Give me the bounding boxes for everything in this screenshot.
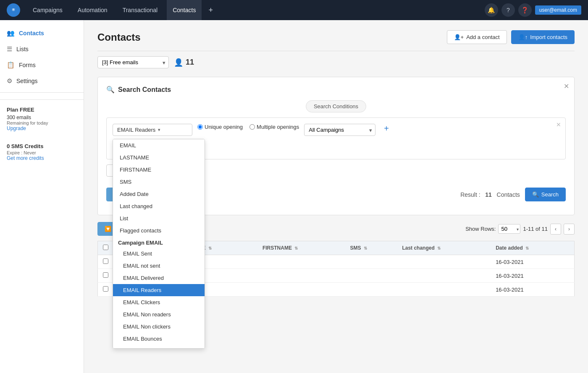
dropdown-item-email-sent[interactable]: EMAIL Sent — [113, 248, 205, 260]
result-right: Result : 11 Contacts 🔍 Search — [460, 188, 566, 201]
col-sms[interactable]: SMS ⇅ — [345, 241, 397, 255]
dropdown-item-lastname[interactable]: LASTNAME — [113, 151, 205, 164]
sidebar-item-lists[interactable]: ☰ Lists — [0, 41, 84, 57]
col-firstname[interactable]: FIRSTNAME ⇅ — [257, 241, 345, 255]
search-conditions-badge: Search Conditions — [306, 100, 366, 112]
col-last-changed[interactable]: Last changed ⇅ — [397, 241, 491, 255]
dropdown-item-list[interactable]: List — [113, 212, 205, 224]
list-select[interactable]: [3] Free emails — [97, 56, 169, 68]
dropdown-item-email-non-readers[interactable]: EMAIL Non readers — [113, 308, 205, 321]
row-checkbox-cell — [98, 255, 114, 269]
dropdown-item-last-changed[interactable]: Last changed — [113, 200, 205, 212]
header-actions: 👤+ Add a contact 👤↑ Import contacts — [447, 30, 575, 44]
search-title-icon: 🔍 — [106, 86, 115, 94]
add-condition-icon[interactable]: + — [384, 124, 389, 133]
main-layout: 👥 Contacts ☰ Lists 📋 Forms ⚙ Settings Pl… — [0, 20, 588, 373]
row-last-changed — [397, 255, 491, 269]
row-checkbox-cell — [98, 283, 114, 297]
help-icon[interactable]: ? — [501, 3, 515, 17]
forms-icon: 📋 — [7, 61, 15, 69]
dropdown-item-email-not-sent[interactable]: EMAIL not sent — [113, 260, 205, 272]
page-header: Contacts 👤+ Add a contact 👤↑ Import cont… — [97, 30, 575, 44]
plan-remaining: Remaining for today — [7, 120, 77, 125]
sms-credits: 0 SMS Credits — [7, 143, 77, 149]
multiple-openings-radio[interactable] — [249, 124, 255, 130]
question-icon[interactable]: ❓ — [518, 3, 532, 17]
logo[interactable] — [7, 3, 20, 17]
nav-contacts[interactable]: Contacts — [167, 0, 202, 20]
dropdown-item-email[interactable]: EMAIL — [113, 139, 205, 151]
add-contact-icon: 👤+ — [454, 34, 464, 40]
row-checkbox[interactable] — [103, 258, 108, 264]
show-rows-select[interactable]: 50 100 200 — [498, 224, 520, 234]
sms-expire: Expire : Never — [7, 150, 77, 155]
contact-count-icon: 👤 — [174, 58, 183, 67]
condition-type-dropdown: EMAIL Readers ▾ EMAIL LASTNAME FIRSTNAME… — [113, 124, 192, 136]
user-menu[interactable]: user@email.com — [535, 5, 581, 15]
search-btn-icon: 🔍 — [532, 191, 539, 198]
row-checkbox-cell — [98, 269, 114, 283]
sms-box: 0 SMS Credits Expire : Never Get more cr… — [0, 138, 84, 166]
settings-icon: ⚙ — [7, 77, 12, 85]
sms-more-link[interactable]: Get more credits — [7, 155, 77, 161]
header-divider — [97, 51, 575, 51]
show-rows-select-wrapper: 50 100 200 — [498, 224, 520, 234]
pagination-prev-button[interactable]: ‹ — [550, 224, 561, 235]
nav-transactional[interactable]: Transactional — [117, 0, 164, 20]
sidebar-label-lists: Lists — [16, 46, 29, 52]
search-row-close-icon[interactable]: ✕ — [556, 121, 561, 128]
pagination-info: 1-11 of 11 — [523, 226, 548, 232]
multiple-openings-radio-label[interactable]: Multiple openings — [249, 124, 299, 130]
contact-count: 👤 11 — [174, 58, 194, 67]
row-checkbox[interactable] — [103, 272, 108, 278]
date-added-sort-icon: ⇅ — [525, 246, 529, 250]
col-date-added[interactable]: Date added ⇅ — [491, 241, 574, 255]
row-date-added: 16-03-2021 — [491, 255, 574, 269]
dropdown-item-email-readers[interactable]: EMAIL Readers — [113, 284, 205, 296]
unique-opening-radio-label[interactable]: Unique opening — [197, 124, 243, 130]
filter-row: [3] Free emails 👤 11 — [97, 56, 575, 68]
row-firstname — [257, 283, 345, 297]
row-sms — [345, 255, 397, 269]
top-navigation: Campaigns Automation Transactional Conta… — [0, 0, 588, 20]
lastname-sort-icon: ⇅ — [208, 246, 212, 250]
dropdown-item-email-bounces[interactable]: EMAIL Bounces — [113, 333, 205, 345]
nav-automation[interactable]: Automation — [72, 0, 113, 20]
notifications-icon[interactable]: 🔔 — [485, 3, 498, 17]
dropdown-item-email-delivered[interactable]: EMAIL Delivered — [113, 272, 205, 284]
dropdown-item-email-blacklisted[interactable]: EMAIL Blacklisted — [113, 345, 205, 349]
sms-sort-icon: ⇅ — [364, 246, 367, 250]
row-checkbox[interactable] — [103, 286, 108, 292]
campaign-select[interactable]: All Campaigns — [304, 124, 375, 136]
show-rows-label: Show Rows: — [465, 226, 496, 232]
main-content: Contacts 👤+ Add a contact 👤↑ Import cont… — [84, 20, 588, 373]
dropdown-item-sms[interactable]: SMS — [113, 176, 205, 188]
dropdown-item-added-date[interactable]: Added Date — [113, 188, 205, 200]
plan-upgrade-link[interactable]: Upgrade — [7, 125, 77, 131]
unique-opening-radio[interactable] — [197, 124, 203, 130]
import-contacts-button[interactable]: 👤↑ Import contacts — [511, 30, 575, 44]
page-title: Contacts — [97, 31, 141, 43]
sidebar-item-contacts[interactable]: 👥 Contacts — [0, 25, 84, 41]
add-contact-button[interactable]: 👤+ Add a contact — [447, 30, 507, 44]
nav-campaigns[interactable]: Campaigns — [27, 0, 68, 20]
search-section-close[interactable]: ✕ — [564, 82, 569, 90]
select-all-checkbox[interactable] — [103, 245, 108, 250]
bubble-container: Search Conditions — [106, 100, 566, 112]
dropdown-menu: EMAIL LASTNAME FIRSTNAME SMS Added Date … — [113, 139, 205, 349]
sidebar-label-settings: Settings — [16, 78, 38, 84]
dropdown-trigger[interactable]: EMAIL Readers ▾ — [113, 124, 192, 136]
multiple-openings-label: Multiple openings — [257, 124, 299, 130]
dropdown-item-flagged[interactable]: Flagged contacts — [113, 224, 205, 237]
last-changed-sort-icon: ⇅ — [437, 246, 441, 250]
dropdown-item-email-non-clickers[interactable]: EMAIL Non clickers — [113, 321, 205, 333]
pagination-next-button[interactable]: › — [564, 224, 575, 235]
sidebar-item-forms[interactable]: 📋 Forms — [0, 57, 84, 73]
search-button[interactable]: 🔍 Search — [525, 188, 566, 201]
dropdown-item-email-clickers[interactable]: EMAIL Clickers — [113, 296, 205, 308]
dropdown-group-campaign-email: Campaign EMAIL — [113, 237, 205, 248]
sidebar-item-settings[interactable]: ⚙ Settings — [0, 73, 84, 89]
sidebar-label-contacts: Contacts — [19, 30, 44, 37]
nav-plus-button[interactable]: + — [205, 6, 216, 15]
dropdown-item-firstname[interactable]: FIRSTNAME — [113, 164, 205, 176]
